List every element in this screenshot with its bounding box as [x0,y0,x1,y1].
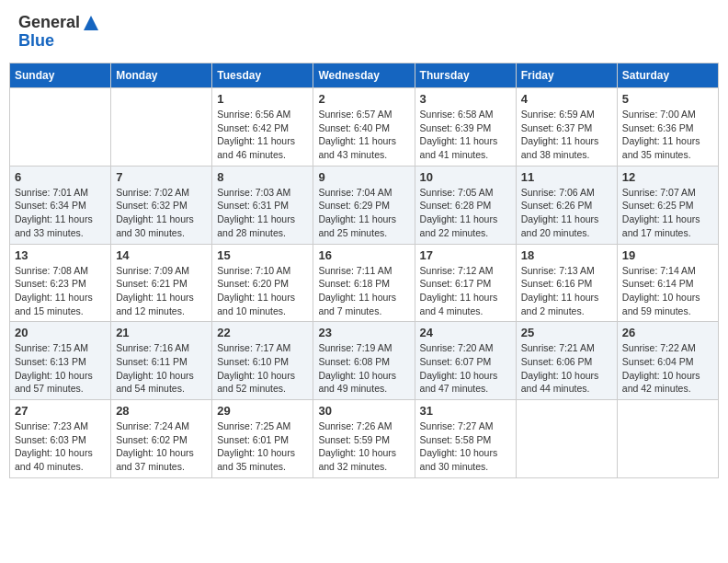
calendar-cell: 2Sunrise: 6:57 AM Sunset: 6:40 PM Daylig… [313,88,415,167]
calendar-header-row: SundayMondayTuesdayWednesdayThursdayFrid… [10,63,719,88]
calendar-cell: 30Sunrise: 7:26 AM Sunset: 5:59 PM Dayli… [313,400,415,478]
calendar-week-row: 27Sunrise: 7:23 AM Sunset: 6:03 PM Dayli… [10,400,719,478]
calendar-cell: 26Sunrise: 7:22 AM Sunset: 6:04 PM Dayli… [617,322,718,400]
day-of-week-header: Wednesday [313,63,415,88]
day-number: 21 [116,326,207,339]
day-of-week-header: Tuesday [212,63,313,88]
day-number: 2 [318,92,409,106]
calendar-cell: 16Sunrise: 7:11 AM Sunset: 6:18 PM Dayli… [313,244,415,322]
calendar-cell: 10Sunrise: 7:05 AM Sunset: 6:28 PM Dayli… [415,166,516,244]
day-info: Sunrise: 7:23 AM Sunset: 6:03 PM Dayligh… [15,419,106,474]
day-number: 17 [420,248,511,262]
calendar-cell [617,400,718,478]
day-info: Sunrise: 7:17 AM Sunset: 6:10 PM Dayligh… [217,341,308,396]
calendar-cell: 13Sunrise: 7:08 AM Sunset: 6:23 PM Dayli… [10,244,111,322]
day-number: 16 [318,248,409,262]
calendar-cell: 1Sunrise: 6:56 AM Sunset: 6:42 PM Daylig… [212,88,313,167]
day-number: 4 [521,92,612,106]
day-info: Sunrise: 7:25 AM Sunset: 6:01 PM Dayligh… [217,419,308,474]
day-info: Sunrise: 7:11 AM Sunset: 6:18 PM Dayligh… [318,264,409,318]
calendar-cell: 23Sunrise: 7:19 AM Sunset: 6:08 PM Dayli… [313,322,415,400]
day-of-week-header: Monday [111,63,212,88]
day-info: Sunrise: 7:10 AM Sunset: 6:20 PM Dayligh… [217,264,308,318]
calendar-cell: 9Sunrise: 7:04 AM Sunset: 6:29 PM Daylig… [313,166,415,244]
day-info: Sunrise: 7:22 AM Sunset: 6:04 PM Dayligh… [622,341,713,396]
day-number: 15 [217,248,308,262]
day-number: 10 [420,170,511,184]
calendar-cell: 6Sunrise: 7:01 AM Sunset: 6:34 PM Daylig… [10,166,111,244]
day-info: Sunrise: 7:13 AM Sunset: 6:16 PM Dayligh… [521,264,612,318]
day-info: Sunrise: 7:06 AM Sunset: 6:26 PM Dayligh… [521,186,612,240]
day-number: 18 [521,248,612,262]
day-info: Sunrise: 6:56 AM Sunset: 6:42 PM Dayligh… [217,108,308,162]
calendar-cell: 19Sunrise: 7:14 AM Sunset: 6:14 PM Dayli… [617,244,718,322]
calendar-cell: 8Sunrise: 7:03 AM Sunset: 6:31 PM Daylig… [212,166,313,244]
calendar-cell: 5Sunrise: 7:00 AM Sunset: 6:36 PM Daylig… [617,88,718,167]
day-info: Sunrise: 7:16 AM Sunset: 6:11 PM Dayligh… [116,341,207,396]
day-info: Sunrise: 7:04 AM Sunset: 6:29 PM Dayligh… [318,186,409,240]
day-of-week-header: Thursday [415,63,516,88]
calendar-cell [516,400,617,478]
page-header: General Blue [9,9,719,55]
day-number: 22 [217,326,308,339]
calendar-cell: 17Sunrise: 7:12 AM Sunset: 6:17 PM Dayli… [415,244,516,322]
day-info: Sunrise: 7:19 AM Sunset: 6:08 PM Dayligh… [318,341,409,396]
day-info: Sunrise: 7:15 AM Sunset: 6:13 PM Dayligh… [15,341,106,396]
calendar-cell: 25Sunrise: 7:21 AM Sunset: 6:06 PM Dayli… [516,322,617,400]
day-info: Sunrise: 7:05 AM Sunset: 6:28 PM Dayligh… [420,186,511,240]
day-number: 27 [15,404,106,418]
calendar-cell: 3Sunrise: 6:58 AM Sunset: 6:39 PM Daylig… [415,88,516,167]
day-number: 19 [622,248,713,262]
day-number: 3 [420,92,511,106]
day-number: 7 [116,170,207,184]
calendar-cell: 15Sunrise: 7:10 AM Sunset: 6:20 PM Dayli… [212,244,313,322]
calendar-cell: 24Sunrise: 7:20 AM Sunset: 6:07 PM Dayli… [415,322,516,400]
day-number: 23 [318,326,409,339]
calendar-cell [10,88,111,167]
day-number: 6 [15,170,106,184]
day-info: Sunrise: 7:21 AM Sunset: 6:06 PM Dayligh… [521,341,612,396]
calendar-week-row: 1Sunrise: 6:56 AM Sunset: 6:42 PM Daylig… [10,88,719,167]
day-info: Sunrise: 6:58 AM Sunset: 6:39 PM Dayligh… [420,108,511,162]
day-info: Sunrise: 7:07 AM Sunset: 6:25 PM Dayligh… [622,186,713,240]
day-of-week-header: Saturday [617,63,718,88]
day-number: 5 [622,92,713,106]
logo-icon [82,14,100,32]
day-info: Sunrise: 6:57 AM Sunset: 6:40 PM Dayligh… [318,108,409,162]
day-number: 26 [622,326,713,339]
day-number: 30 [318,404,409,418]
day-info: Sunrise: 7:24 AM Sunset: 6:02 PM Dayligh… [116,419,207,474]
logo-general: General [18,13,80,31]
day-info: Sunrise: 7:14 AM Sunset: 6:14 PM Dayligh… [622,264,713,318]
calendar-week-row: 20Sunrise: 7:15 AM Sunset: 6:13 PM Dayli… [10,322,719,400]
day-number: 11 [521,170,612,184]
logo: General Blue [18,14,100,51]
calendar-table: SundayMondayTuesdayWednesdayThursdayFrid… [9,63,719,478]
day-info: Sunrise: 7:12 AM Sunset: 6:17 PM Dayligh… [420,264,511,318]
day-number: 24 [420,326,511,339]
day-info: Sunrise: 7:27 AM Sunset: 5:58 PM Dayligh… [420,419,511,474]
calendar-cell: 31Sunrise: 7:27 AM Sunset: 5:58 PM Dayli… [415,400,516,478]
calendar-cell: 27Sunrise: 7:23 AM Sunset: 6:03 PM Dayli… [10,400,111,478]
day-of-week-header: Friday [516,63,617,88]
day-info: Sunrise: 7:02 AM Sunset: 6:32 PM Dayligh… [116,186,207,240]
day-number: 14 [116,248,207,262]
day-of-week-header: Sunday [10,63,111,88]
calendar-cell: 4Sunrise: 6:59 AM Sunset: 6:37 PM Daylig… [516,88,617,167]
day-info: Sunrise: 7:00 AM Sunset: 6:36 PM Dayligh… [622,108,713,162]
day-number: 12 [622,170,713,184]
day-number: 9 [318,170,409,184]
calendar-week-row: 13Sunrise: 7:08 AM Sunset: 6:23 PM Dayli… [10,244,719,322]
day-info: Sunrise: 6:59 AM Sunset: 6:37 PM Dayligh… [521,108,612,162]
calendar-cell: 20Sunrise: 7:15 AM Sunset: 6:13 PM Dayli… [10,322,111,400]
calendar-cell: 29Sunrise: 7:25 AM Sunset: 6:01 PM Dayli… [212,400,313,478]
day-number: 13 [15,248,106,262]
day-number: 31 [420,404,511,418]
calendar-week-row: 6Sunrise: 7:01 AM Sunset: 6:34 PM Daylig… [10,166,719,244]
calendar-cell: 11Sunrise: 7:06 AM Sunset: 6:26 PM Dayli… [516,166,617,244]
day-number: 8 [217,170,308,184]
calendar-cell: 14Sunrise: 7:09 AM Sunset: 6:21 PM Dayli… [111,244,212,322]
day-number: 1 [217,92,308,106]
day-number: 25 [521,326,612,339]
day-info: Sunrise: 7:26 AM Sunset: 5:59 PM Dayligh… [318,419,409,474]
